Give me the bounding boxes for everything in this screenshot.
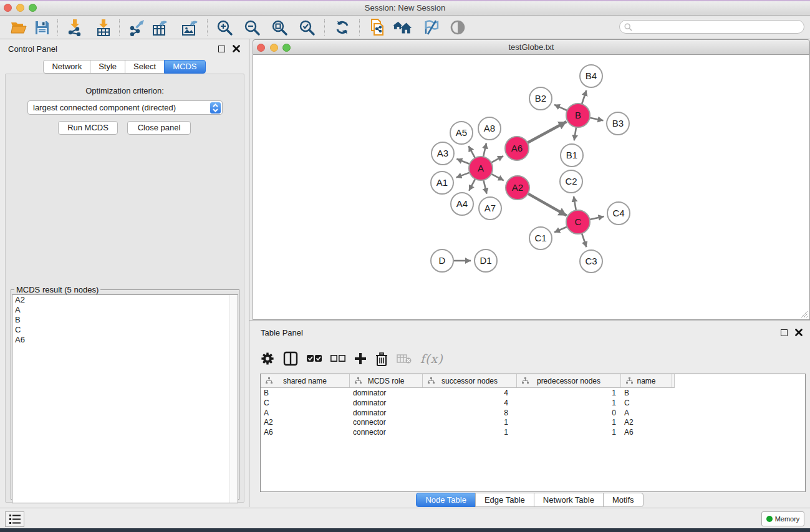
edge-C-C1[interactable] xyxy=(554,227,567,233)
edge-A-A1[interactable] xyxy=(456,173,470,178)
edge-A2-C[interactable] xyxy=(528,193,567,215)
graph-node-A2[interactable]: A2 xyxy=(506,176,529,200)
select-all-icon[interactable] xyxy=(307,354,322,364)
edge-A-A8[interactable] xyxy=(483,143,486,157)
add-column-icon[interactable] xyxy=(354,352,367,365)
home-icon[interactable] xyxy=(393,18,412,37)
minimize-window-button[interactable] xyxy=(16,4,24,12)
zoom-fit-icon[interactable] xyxy=(270,18,289,37)
result-item[interactable]: A2 xyxy=(12,295,238,305)
graph-node-D1[interactable]: D1 xyxy=(475,249,497,272)
graph-node-A7[interactable]: A7 xyxy=(479,197,501,220)
column-header-successor-nodes[interactable]: successor nodes xyxy=(423,374,517,387)
graph-node-A8[interactable]: A8 xyxy=(478,117,501,140)
graph-node-C[interactable]: C xyxy=(566,210,590,234)
edge-A-A2[interactable] xyxy=(491,174,504,181)
graph-node-B3[interactable]: B3 xyxy=(607,112,629,135)
edge-A6-B[interactable] xyxy=(528,122,567,143)
zoom-window-button[interactable] xyxy=(29,4,37,12)
close-window-button[interactable] xyxy=(4,4,12,12)
tab-motifs[interactable]: Motifs xyxy=(603,493,644,507)
result-item[interactable]: A xyxy=(12,305,238,315)
minimize-window-button[interactable] xyxy=(270,44,278,52)
close-window-button[interactable] xyxy=(257,44,265,52)
graph-node-B1[interactable]: B1 xyxy=(561,144,583,167)
deselect-all-icon[interactable] xyxy=(330,354,345,364)
column-header-shared-name[interactable]: shared name xyxy=(261,374,350,387)
graph-node-A5[interactable]: A5 xyxy=(450,122,473,144)
tab-node-table[interactable]: Node Table xyxy=(416,493,476,507)
open-file-icon[interactable] xyxy=(9,18,28,37)
edge-B-B3[interactable] xyxy=(590,118,604,120)
run-mcds-button[interactable]: Run MCDS xyxy=(58,121,118,135)
zoom-window-button[interactable] xyxy=(282,44,291,52)
tab-network[interactable]: Network xyxy=(43,60,90,74)
graph-node-A1[interactable]: A1 xyxy=(431,172,453,194)
table-row[interactable]: A6connector11A6 xyxy=(261,427,805,437)
close-panel-icon[interactable] xyxy=(795,329,803,336)
task-history-button[interactable] xyxy=(5,511,24,527)
graph-node-A6[interactable]: A6 xyxy=(505,137,529,160)
zoom-selected-icon[interactable] xyxy=(297,18,316,37)
table-row[interactable]: Cdominator41C xyxy=(261,398,805,408)
network-window-titlebar[interactable]: testGlobe.txt xyxy=(253,39,810,55)
import-network-icon[interactable] xyxy=(65,18,84,37)
tab-mcds[interactable]: MCDS xyxy=(164,60,205,74)
table-row[interactable]: Bdominator41B xyxy=(261,388,805,398)
delete-column-icon[interactable] xyxy=(375,352,388,366)
tab-style[interactable]: Style xyxy=(90,60,125,74)
edge-B-B1[interactable] xyxy=(574,127,576,141)
edge-A-A4[interactable] xyxy=(469,179,475,191)
edge-A-A6[interactable] xyxy=(491,156,503,163)
clone-network-icon[interactable] xyxy=(368,18,387,37)
mcds-result-list[interactable]: A2ABCA6 xyxy=(12,294,238,503)
graph-node-B2[interactable]: B2 xyxy=(529,87,552,110)
column-header-name[interactable]: name xyxy=(621,374,672,387)
refresh-icon[interactable] xyxy=(333,18,352,37)
column-layout-icon[interactable] xyxy=(283,351,298,366)
memory-button[interactable]: Memory xyxy=(761,511,804,526)
table-row[interactable]: Adominator80A xyxy=(261,408,805,418)
result-item[interactable]: A6 xyxy=(12,335,238,345)
gear-icon[interactable] xyxy=(261,352,274,365)
graph-node-C4[interactable]: C4 xyxy=(607,202,630,225)
show-details-icon[interactable] xyxy=(448,18,467,37)
hide-details-icon[interactable] xyxy=(422,18,440,37)
float-panel-icon[interactable] xyxy=(218,46,225,52)
column-header-predecessor-nodes[interactable]: predecessor nodes xyxy=(517,374,621,387)
table-row[interactable]: A2connector11A2 xyxy=(261,417,805,427)
edge-B-B2[interactable] xyxy=(554,105,567,110)
export-image-icon[interactable] xyxy=(181,18,200,37)
edge-C-C3[interactable] xyxy=(582,233,586,247)
edge-C-C2[interactable] xyxy=(574,196,576,211)
result-item[interactable]: B xyxy=(12,315,238,325)
graph-node-D[interactable]: D xyxy=(431,249,453,272)
close-panel-button[interactable]: Close panel xyxy=(127,121,191,135)
graph-node-A[interactable]: A xyxy=(469,157,493,180)
criterion-dropdown[interactable]: largest connected component (directed) xyxy=(27,100,223,115)
tab-edge-table[interactable]: Edge Table xyxy=(475,493,534,507)
graph-node-A3[interactable]: A3 xyxy=(432,142,454,165)
float-panel-icon[interactable] xyxy=(781,329,788,336)
zoom-out-icon[interactable] xyxy=(243,18,261,37)
edge-C-C4[interactable] xyxy=(590,216,604,220)
column-header-MCDS-role[interactable]: MCDS role xyxy=(350,374,423,387)
tab-network-table[interactable]: Network Table xyxy=(534,493,604,507)
result-item[interactable]: C xyxy=(12,325,238,335)
graph-node-B[interactable]: B xyxy=(566,104,590,127)
scrollbar-track[interactable] xyxy=(229,295,238,503)
node-table[interactable]: shared nameMCDS rolesuccessor nodesprede… xyxy=(260,374,806,492)
function-builder-icon[interactable]: f(x) xyxy=(420,352,443,365)
export-network-icon[interactable] xyxy=(127,18,146,37)
edge-A-A3[interactable] xyxy=(456,159,470,164)
close-panel-icon[interactable] xyxy=(233,45,240,52)
graph-node-C2[interactable]: C2 xyxy=(560,170,582,193)
edge-A-A5[interactable] xyxy=(468,146,475,158)
edge-B-B4[interactable] xyxy=(582,90,586,104)
save-session-icon[interactable] xyxy=(32,18,51,37)
resize-grip-icon[interactable] xyxy=(801,311,808,318)
network-canvas[interactable]: A5A8A3A1A4A7AA6A2BB4B2B3B1CC2C4C1C3DD1 xyxy=(253,55,810,320)
tab-select[interactable]: Select xyxy=(125,60,165,74)
graph-node-A4[interactable]: A4 xyxy=(451,193,473,215)
graph-node-C1[interactable]: C1 xyxy=(529,227,552,249)
